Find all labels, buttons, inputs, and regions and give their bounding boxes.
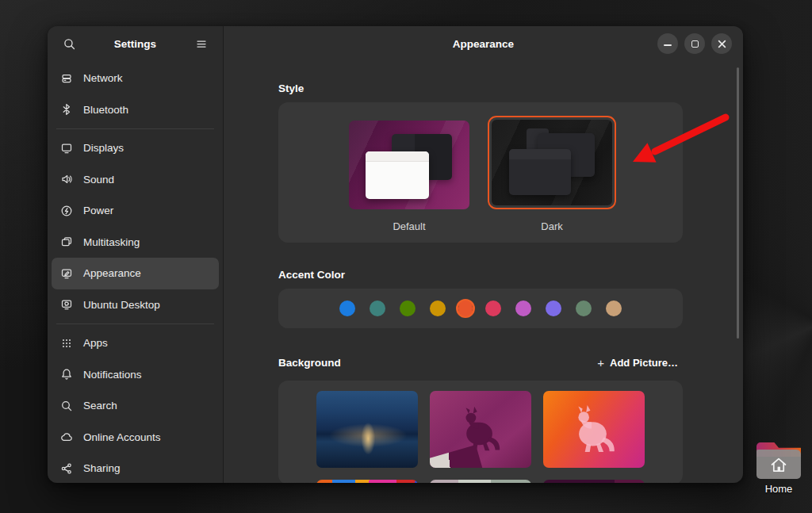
sidebar-item-sharing[interactable]: Sharing <box>52 453 219 483</box>
sidebar-item-online-accounts[interactable]: Online Accounts <box>52 422 219 454</box>
maximize-icon <box>691 40 699 48</box>
sidebar-item-appearance[interactable]: Appearance <box>52 258 219 289</box>
sidebar-item-label: Bluetooth <box>83 104 128 116</box>
settings-window: Settings Network Bluetooth Displays <box>48 26 743 483</box>
sidebar: Settings Network Bluetooth Displays <box>48 26 224 483</box>
style-option-label: Dark <box>541 220 562 232</box>
style-card: Default Dark <box>278 102 683 243</box>
style-option-dark[interactable]: Dark <box>485 102 619 243</box>
style-section-title: Style <box>278 82 683 94</box>
accent-swatch-teal[interactable] <box>370 301 385 316</box>
accent-swatch-sage[interactable] <box>576 301 592 316</box>
sidebar-item-label: Notifications <box>83 369 142 381</box>
window-controls <box>657 33 732 54</box>
content-pane: Appearance Style <box>224 26 743 483</box>
background-thumbnail-orange-kangaroo[interactable] <box>543 391 645 468</box>
background-section-title: Background <box>278 357 341 369</box>
sidebar-item-power[interactable]: Power <box>52 195 219 227</box>
preview-front-window <box>366 151 429 199</box>
style-option-label: Default <box>393 220 425 232</box>
sidebar-title: Settings <box>81 38 190 50</box>
scrollbar-thumb[interactable] <box>737 67 739 339</box>
page-title: Appearance <box>453 38 514 50</box>
style-option-default[interactable]: Default <box>342 102 477 243</box>
kangaroo-silhouette-icon <box>563 403 625 457</box>
online-accounts-icon <box>60 431 73 443</box>
headerbar: Appearance <box>224 26 743 61</box>
network-icon <box>60 72 73 85</box>
add-picture-button[interactable]: + Add Picture… <box>592 353 683 373</box>
notifications-icon <box>60 368 73 381</box>
style-default-thumbnail[interactable] <box>349 121 469 209</box>
accent-swatch-selected-ring <box>456 299 475 318</box>
kangaroo-silhouette-icon <box>451 404 510 455</box>
sidebar-item-label: Network <box>83 72 123 84</box>
sidebar-item-apps[interactable]: Apps <box>52 327 219 359</box>
maximize-button[interactable] <box>684 33 705 54</box>
sidebar-item-sound[interactable]: Sound <box>52 164 219 196</box>
menu-button[interactable] <box>190 32 213 56</box>
style-dark-thumbnail[interactable] <box>492 120 612 205</box>
home-folder-launcher[interactable]: Home <box>753 442 804 495</box>
background-row <box>278 480 683 483</box>
background-thumbnail-abstract[interactable] <box>316 480 418 483</box>
desktop: Settings Network Bluetooth Displays <box>0 0 812 513</box>
accent-swatch-purple[interactable] <box>546 301 561 316</box>
ubuntu-desktop-icon <box>60 298 73 311</box>
add-picture-label: Add Picture… <box>610 357 678 369</box>
home-folder-label: Home <box>753 483 804 495</box>
folder-body <box>756 450 801 479</box>
apps-icon <box>60 337 73 350</box>
sidebar-item-label: Displays <box>83 142 124 154</box>
accent-swatch-yellow[interactable] <box>430 301 446 316</box>
background-thumbnail-light[interactable] <box>430 480 531 483</box>
accent-swatch-orange-selected[interactable] <box>458 301 473 316</box>
search-button[interactable] <box>57 32 81 56</box>
sidebar-item-label: Power <box>83 205 113 216</box>
search-icon <box>60 400 73 412</box>
house-icon <box>768 455 789 474</box>
sidebar-item-label: Search <box>83 400 117 412</box>
power-icon <box>60 205 73 217</box>
accent-swatch-blue[interactable] <box>339 301 355 316</box>
accent-swatch-green[interactable] <box>400 301 416 316</box>
sidebar-item-multitasking[interactable]: Multitasking <box>52 227 219 258</box>
sidebar-item-notifications[interactable]: Notifications <box>52 359 219 391</box>
accent-swatch-tan[interactable] <box>606 301 622 316</box>
minimize-icon <box>664 44 672 46</box>
home-folder-icon <box>756 442 801 479</box>
sidebar-item-label: Sound <box>83 174 114 186</box>
sidebar-header: Settings <box>48 26 223 61</box>
accent-section-title: Accent Color <box>278 269 683 281</box>
background-row <box>278 391 683 468</box>
sidebar-item-label: Online Accounts <box>83 431 161 443</box>
preview-front-window <box>509 149 571 195</box>
appearance-icon <box>60 267 73 280</box>
sidebar-item-label: Ubuntu Desktop <box>83 299 160 311</box>
sidebar-item-label: Appearance <box>83 267 141 279</box>
background-thumbnail-purple-kangaroo[interactable] <box>430 391 531 468</box>
sidebar-item-label: Apps <box>83 337 108 349</box>
hamburger-menu-icon <box>195 37 208 50</box>
sidebar-item-label: Multitasking <box>83 236 140 248</box>
sidebar-item-label: Sharing <box>83 462 121 474</box>
background-thumbnail-dark[interactable] <box>543 480 645 483</box>
accent-color-card <box>278 289 683 328</box>
sidebar-item-ubuntu-desktop[interactable]: Ubuntu Desktop <box>52 289 219 321</box>
accent-swatch-magenta[interactable] <box>515 301 531 316</box>
sidebar-item-displays[interactable]: Displays <box>52 132 219 164</box>
sharing-icon <box>60 462 73 475</box>
close-icon <box>718 40 726 48</box>
background-thumbnail-night-beach[interactable] <box>316 391 418 468</box>
appearance-page: Style Default <box>278 82 683 483</box>
plus-icon: + <box>597 356 604 369</box>
sidebar-item-network[interactable]: Network <box>52 63 219 94</box>
accent-swatch-red[interactable] <box>485 301 501 316</box>
sidebar-separator <box>56 128 214 129</box>
close-button[interactable] <box>711 33 732 54</box>
sidebar-item-search[interactable]: Search <box>52 390 219 422</box>
sidebar-item-bluetooth[interactable]: Bluetooth <box>52 94 219 126</box>
background-section-header: Background + Add Picture… <box>278 353 683 373</box>
search-icon <box>63 37 76 51</box>
minimize-button[interactable] <box>657 33 678 54</box>
